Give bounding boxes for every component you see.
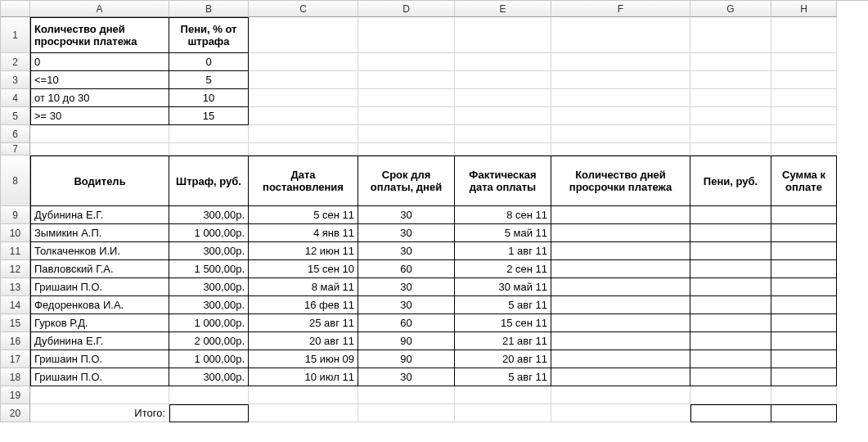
cell-G19[interactable] [690,386,771,404]
cell-B4[interactable]: 10 [169,89,249,107]
cell-C3[interactable] [249,71,358,89]
cell-G1[interactable] [690,17,771,53]
cell-G11[interactable] [690,242,771,260]
cell-G17[interactable] [690,350,771,368]
cell-D17[interactable]: 90 [358,350,455,368]
cell-F7[interactable] [551,143,690,156]
cell-G7[interactable] [690,143,771,156]
row-header-2[interactable]: 2 [1,53,30,71]
row-header-5[interactable]: 5 [1,107,30,125]
cell-D8[interactable]: Срок для оплаты, дней [358,156,455,206]
cell-H12[interactable] [771,260,837,278]
cell-D12[interactable]: 60 [358,260,455,278]
cell-G4[interactable] [690,89,771,107]
cell-H2[interactable] [771,53,837,71]
cell-F14[interactable] [551,296,690,314]
row-header-3[interactable]: 3 [1,71,30,89]
cell-B11[interactable]: 300,00р. [169,242,249,260]
cell-G13[interactable] [690,278,771,296]
cell-H17[interactable] [771,350,837,368]
cell-D5[interactable] [358,107,455,125]
cell-B2[interactable]: 0 [169,53,249,71]
cell-E19[interactable] [455,386,551,404]
cell-F17[interactable] [551,350,690,368]
cell-B20[interactable] [169,404,249,422]
cell-E2[interactable] [455,53,551,71]
col-header-B[interactable]: B [169,1,249,17]
cell-H1[interactable] [771,17,837,53]
cell-B14[interactable]: 300,00р. [169,296,249,314]
row-header-14[interactable]: 14 [1,296,30,314]
cell-F12[interactable] [551,260,690,278]
cell-C8[interactable]: Дата постановления [249,156,358,206]
cell-A6[interactable] [30,125,169,143]
cell-D9[interactable]: 30 [358,206,455,224]
cell-G12[interactable] [690,260,771,278]
cell-F1[interactable] [551,17,690,53]
row-header-18[interactable]: 18 [1,368,30,386]
cell-D4[interactable] [358,89,455,107]
cell-H4[interactable] [771,89,837,107]
cell-H20[interactable] [771,404,837,422]
cell-G18[interactable] [690,368,771,386]
cell-E10[interactable]: 5 май 11 [455,224,551,242]
cell-E18[interactable]: 5 авг 11 [455,368,551,386]
cell-E16[interactable]: 21 авг 11 [455,332,551,350]
cell-H18[interactable] [771,368,837,386]
cell-D6[interactable] [358,125,455,143]
cell-F3[interactable] [551,71,690,89]
cell-A15[interactable]: Гурков Р.Д. [30,314,169,332]
cell-G16[interactable] [690,332,771,350]
row-header-20[interactable]: 20 [1,404,30,422]
cell-D14[interactable]: 30 [358,296,455,314]
cell-A3[interactable]: <=10 [30,71,169,89]
cell-B16[interactable]: 2 000,00р. [169,332,249,350]
col-header-G[interactable]: G [690,1,771,17]
cell-C6[interactable] [249,125,358,143]
cell-E13[interactable]: 30 май 11 [455,278,551,296]
cell-A7[interactable] [30,143,169,156]
cell-B7[interactable] [169,143,249,156]
cell-F9[interactable] [551,206,690,224]
cell-F18[interactable] [551,368,690,386]
cell-F5[interactable] [551,107,690,125]
cell-E9[interactable]: 8 сен 11 [455,206,551,224]
cell-G10[interactable] [690,224,771,242]
cell-E20[interactable] [455,404,551,422]
cell-D3[interactable] [358,71,455,89]
cell-F20[interactable] [551,404,690,422]
cell-F8[interactable]: Количество дней просрочки платежа [551,156,690,206]
cell-A16[interactable]: Дубинина Е.Г. [30,332,169,350]
row-header-17[interactable]: 17 [1,350,30,368]
cell-C10[interactable]: 4 янв 11 [249,224,358,242]
row-header-12[interactable]: 12 [1,260,30,278]
cell-B18[interactable]: 300,00р. [169,368,249,386]
cell-D1[interactable] [358,17,455,53]
row-header-15[interactable]: 15 [1,314,30,332]
cell-C11[interactable]: 12 июн 11 [249,242,358,260]
row-header-7[interactable]: 7 [1,143,30,156]
cell-H14[interactable] [771,296,837,314]
cell-E6[interactable] [455,125,551,143]
cell-D20[interactable] [358,404,455,422]
cell-G15[interactable] [690,314,771,332]
cell-A14[interactable]: Федоренкова И.А. [30,296,169,314]
col-header-F[interactable]: F [551,1,690,17]
cell-B13[interactable]: 300,00р. [169,278,249,296]
cell-B3[interactable]: 5 [169,71,249,89]
cell-H10[interactable] [771,224,837,242]
row-header-9[interactable]: 9 [1,206,30,224]
cell-E1[interactable] [455,17,551,53]
cell-G9[interactable] [690,206,771,224]
cell-B19[interactable] [169,386,249,404]
row-header-10[interactable]: 10 [1,224,30,242]
row-header-1[interactable]: 1 [1,17,30,53]
cell-D16[interactable]: 90 [358,332,455,350]
cell-C18[interactable]: 10 июл 11 [249,368,358,386]
cell-E15[interactable]: 15 сен 11 [455,314,551,332]
cell-B9[interactable]: 300,00р. [169,206,249,224]
cell-B8[interactable]: Штраф, руб. [169,156,249,206]
cell-A13[interactable]: Гришаин П.О. [30,278,169,296]
row-header-16[interactable]: 16 [1,332,30,350]
cell-C20[interactable] [249,404,358,422]
